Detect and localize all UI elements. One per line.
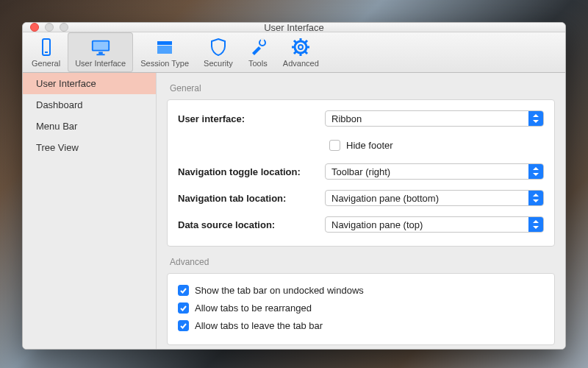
row-hide-footer: Hide footer — [178, 134, 544, 156]
updown-icon — [528, 217, 543, 232]
sidebar-item-user-interface[interactable]: User Interface — [23, 73, 156, 94]
field-label: User interface: — [178, 113, 325, 124]
field-label: Navigation tab location: — [178, 193, 325, 204]
toolbar-tab-general[interactable]: General — [24, 32, 68, 72]
sidebar-item-menu-bar[interactable]: Menu Bar — [23, 116, 156, 137]
row-show-tab-bar: Show the tab bar on undocked windows — [178, 281, 544, 299]
toolbar-tab-advanced[interactable]: Advanced — [276, 32, 326, 72]
svg-rect-7 — [157, 46, 172, 54]
window-title: User Interface — [23, 22, 565, 33]
shield-icon — [208, 37, 229, 57]
toolbar-label: Security — [204, 59, 233, 68]
row-allow-rearrange: Allow tabs to be rearranged — [178, 299, 544, 316]
content: User Interface Dashboard Menu Bar Tree V… — [23, 73, 565, 350]
row-nav-toggle: Navigation toggle location: Toolbar (rig… — [178, 160, 544, 183]
row-nav-tab: Navigation tab location: Navigation pane… — [178, 187, 544, 209]
svg-point-11 — [298, 45, 303, 49]
user-interface-select[interactable]: Ribbon — [325, 110, 544, 127]
toolbar-label: User Interface — [75, 59, 126, 68]
gear-icon — [290, 37, 311, 57]
toolbar-tab-user-interface[interactable]: User Interface — [68, 32, 133, 72]
svg-line-16 — [294, 40, 296, 43]
hide-footer-checkbox[interactable] — [329, 140, 340, 151]
svg-rect-4 — [98, 52, 103, 54]
general-icon — [36, 37, 57, 57]
checkbox-label: Hide footer — [346, 140, 393, 151]
nav-tab-select[interactable]: Navigation pane (bottom) — [325, 190, 544, 206]
svg-rect-6 — [157, 41, 172, 45]
show-tab-bar-checkbox[interactable] — [178, 285, 189, 296]
row-allow-leave: Allow tabs to leave the tab bar — [178, 316, 544, 334]
tools-icon — [248, 37, 268, 57]
preferences-window: User Interface General User Interface Se… — [22, 22, 566, 350]
sidebar-item-dashboard[interactable]: Dashboard — [23, 94, 156, 116]
advanced-box: Show the tab bar on undocked windows All… — [167, 273, 555, 345]
general-box: User interface: Ribbon Hide footer Navig… — [167, 99, 555, 247]
checkbox-label: Allow tabs to be rearranged — [195, 302, 312, 314]
monitor-icon — [90, 37, 111, 57]
svg-rect-5 — [96, 54, 104, 55]
toolbar-label: Advanced — [283, 59, 319, 68]
toolbar-tab-security[interactable]: Security — [196, 32, 240, 72]
toolbar-label: General — [32, 59, 60, 68]
sidebar-item-label: User Interface — [36, 78, 96, 89]
data-source-select[interactable]: Navigation pane (top) — [325, 216, 544, 233]
sidebar-item-label: Menu Bar — [36, 121, 77, 132]
toolbar-tab-session-type[interactable]: Session Type — [133, 32, 196, 72]
select-value: Navigation pane (top) — [331, 219, 423, 230]
field-label: Data source location: — [178, 219, 325, 230]
sidebar-item-label: Tree View — [36, 142, 79, 153]
sidebar-item-tree-view[interactable]: Tree View — [23, 137, 156, 158]
checkbox-label: Allow tabs to leave the tab bar — [195, 320, 323, 331]
select-value: Toolbar (right) — [331, 166, 390, 177]
svg-rect-3 — [93, 42, 108, 50]
svg-line-18 — [305, 40, 307, 43]
nav-toggle-select[interactable]: Toolbar (right) — [325, 163, 544, 180]
toolbar-label: Session Type — [140, 59, 189, 68]
section-title-advanced: Advanced — [157, 257, 565, 273]
select-value: Navigation pane (bottom) — [331, 193, 439, 204]
row-data-source: Data source location: Navigation pane (t… — [178, 213, 544, 236]
select-value: Ribbon — [331, 113, 362, 124]
field-label: Navigation toggle location: — [178, 166, 325, 177]
svg-rect-1 — [45, 52, 48, 53]
updown-icon — [528, 164, 543, 179]
updown-icon — [528, 191, 543, 205]
allow-rearrange-checkbox[interactable] — [178, 302, 189, 314]
row-user-interface: User interface: Ribbon — [178, 107, 544, 130]
section-title-general: General — [157, 73, 565, 99]
titlebar: User Interface — [23, 23, 565, 32]
sidebar-item-label: Dashboard — [36, 99, 83, 110]
toolbar: General User Interface Session Type Secu… — [23, 32, 565, 73]
toolbar-label: Tools — [248, 59, 268, 68]
settings-pane: General User interface: Ribbon Hide foot… — [157, 73, 565, 350]
folder-stack-icon — [154, 37, 175, 57]
checkbox-label: Show the tab bar on undocked windows — [195, 285, 364, 296]
svg-rect-9 — [261, 38, 264, 41]
sidebar: User Interface Dashboard Menu Bar Tree V… — [23, 73, 157, 350]
svg-line-17 — [305, 52, 307, 54]
svg-line-19 — [294, 52, 296, 54]
allow-leave-checkbox[interactable] — [178, 320, 189, 331]
updown-icon — [528, 111, 543, 126]
toolbar-tab-tools[interactable]: Tools — [240, 32, 276, 72]
